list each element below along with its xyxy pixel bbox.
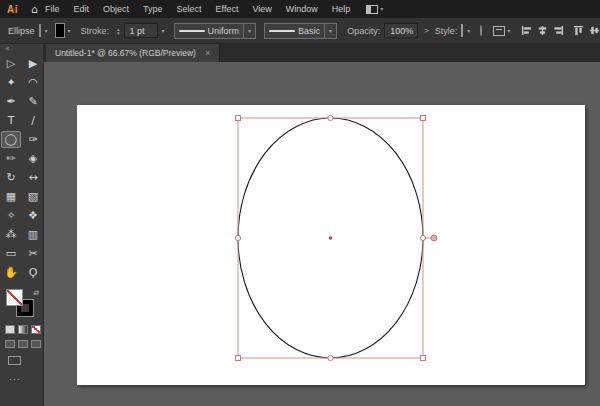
workspace-icon <box>366 5 378 14</box>
line-segment-tool-icon[interactable]: ∕ <box>22 111 44 130</box>
opacity-label: Opacity: <box>347 26 380 36</box>
chevron-down-icon[interactable]: ▾ <box>68 28 71 34</box>
fill-indicator-none[interactable] <box>6 289 23 306</box>
chevron-down-icon: ▾ <box>507 28 510 34</box>
ellipse-tool-icon[interactable]: ◯ <box>1 131 21 148</box>
home-icon[interactable]: ⌂ <box>31 4 38 15</box>
zoom-tool-icon[interactable]: Ϙ <box>22 263 44 282</box>
width-profile-preview <box>179 30 205 32</box>
menu-select[interactable]: Select <box>170 4 209 14</box>
chevron-down-icon[interactable]: ▾ <box>467 28 470 34</box>
chevron-down-icon[interactable]: ▾ <box>45 28 48 34</box>
control-bar: Ellipse ▾ ▾ Stroke: ▴ ▾ 1 pt ▾ Uniform ▾… <box>0 18 600 44</box>
width-profile-value: Uniform <box>208 26 240 36</box>
eraser-tool-icon[interactable]: ◈ <box>22 149 44 168</box>
canvas-area[interactable] <box>44 62 600 406</box>
lasso-tool-icon[interactable]: ◠ <box>22 73 44 92</box>
brush-value: Basic <box>298 26 320 36</box>
magic-wand-tool-icon[interactable]: ✦ <box>0 73 22 92</box>
menu-file[interactable]: File <box>38 4 67 14</box>
brush-definition-dropdown[interactable]: Basic ▾ <box>264 23 337 39</box>
handle-left-center <box>235 235 240 240</box>
draw-behind-button[interactable] <box>18 340 28 348</box>
align-right-icon[interactable] <box>553 25 564 36</box>
eyedropper-tool-icon[interactable]: ✧ <box>0 206 22 225</box>
none-button[interactable] <box>31 325 41 334</box>
handle-right-center <box>420 235 425 240</box>
chevron-down-icon: ▾ <box>248 28 251 34</box>
column-graph-tool-icon[interactable]: ▥ <box>22 225 44 244</box>
document-icon <box>493 26 505 36</box>
chevron-down-icon[interactable]: ▾ <box>162 28 165 34</box>
recolor-artwork-icon[interactable] <box>480 25 482 36</box>
active-tool-label: Ellipse <box>8 26 35 36</box>
direct-selection-tool-icon[interactable]: ▶ <box>22 54 44 73</box>
width-tool-icon[interactable]: ↔ <box>22 168 44 187</box>
opacity-panel-arrow[interactable]: > <box>422 26 431 35</box>
menu-window[interactable]: Window <box>279 4 325 14</box>
center-point <box>329 236 333 240</box>
chevron-down-icon: ▾ <box>380 6 383 12</box>
stroke-weight-input[interactable]: 1 pt <box>124 23 158 38</box>
menu-view[interactable]: View <box>245 4 278 14</box>
type-tool-icon[interactable]: T <box>0 111 22 130</box>
menu-object[interactable]: Object <box>96 4 136 14</box>
document-setup-dropdown[interactable]: ▾ <box>493 26 510 36</box>
draw-normal-button[interactable] <box>5 340 15 348</box>
graphic-style-swatch[interactable] <box>461 24 463 37</box>
document-tab-title: Untitled-1* @ 66.67% (RGB/Preview) <box>55 48 196 58</box>
screen-mode-button[interactable] <box>8 356 21 365</box>
swap-fill-stroke-icon[interactable]: ⇄ <box>33 289 39 297</box>
gradient-tool-icon[interactable]: ▧ <box>22 187 44 206</box>
stroke-weight-label: Stroke: <box>81 26 110 36</box>
stroke-weight-stepper[interactable]: ▴ ▾ <box>117 27 120 35</box>
close-icon[interactable]: × <box>205 49 210 58</box>
menu-help[interactable]: Help <box>325 4 358 14</box>
handle-top-center <box>328 115 333 120</box>
align-top-icon[interactable] <box>573 25 584 36</box>
selection-tool-icon[interactable]: ▷ <box>0 54 22 73</box>
document-tab[interactable]: Untitled-1* @ 66.67% (RGB/Preview) × <box>46 44 220 62</box>
app-logo: Ai <box>7 4 18 15</box>
draw-inside-button[interactable] <box>31 340 41 348</box>
document-tab-bar: Untitled-1* @ 66.67% (RGB/Preview) × <box>44 44 600 62</box>
workspace-switcher[interactable]: ▾ <box>366 5 383 14</box>
handle-bottom-center <box>328 355 333 360</box>
slice-tool-icon[interactable]: ✂ <box>22 244 44 263</box>
paintbrush-tool-icon[interactable]: ✑ <box>22 130 44 149</box>
align-middle-icon[interactable] <box>589 25 600 36</box>
pen-tool-icon[interactable]: ✒ <box>0 92 22 111</box>
handle-bottom-right <box>421 356 426 361</box>
align-center-icon[interactable] <box>537 25 548 36</box>
hand-tool-icon[interactable]: ✋ <box>0 263 22 282</box>
menu-edit[interactable]: Edit <box>67 4 97 14</box>
rotate-tool-icon[interactable]: ↻ <box>0 168 22 187</box>
curvature-tool-icon[interactable]: ✎ <box>22 92 44 111</box>
pie-widget-handle <box>431 235 437 241</box>
gradient-button[interactable] <box>18 325 28 334</box>
tool-grid: ▷▶✦◠✒✎T∕◯✑✏◈↻↔▦▧✧❖⁂▥▭✂✋Ϙ <box>0 54 43 282</box>
brush-preview <box>269 30 295 32</box>
style-label: Style: <box>435 26 458 36</box>
perspective-grid-tool-icon[interactable]: ▦ <box>0 187 22 206</box>
fill-color-swatch[interactable] <box>39 24 41 37</box>
width-profile-dropdown[interactable]: Uniform ▾ <box>174 23 257 39</box>
edit-toolbar-ellipsis[interactable]: ··· <box>0 374 30 384</box>
handle-top-left <box>236 116 241 121</box>
artboard-tool-tool-icon[interactable]: ▭ <box>0 244 22 263</box>
color-button[interactable] <box>5 325 15 334</box>
symbol-sprayer-tool-icon[interactable]: ⁂ <box>0 225 22 244</box>
menu-effect[interactable]: Effect <box>209 4 246 14</box>
artwork-overlay <box>44 62 600 406</box>
shaper-tool-icon[interactable]: ✏ <box>0 149 22 168</box>
handle-top-right <box>421 116 426 121</box>
stepper-down-icon[interactable]: ▾ <box>117 31 120 35</box>
drawing-mode-buttons <box>5 340 43 348</box>
blend-tool-icon[interactable]: ❖ <box>22 206 44 225</box>
menu-bar: Ai ⌂ File Edit Object Type Select Effect… <box>0 0 600 18</box>
stroke-color-swatch[interactable] <box>56 24 64 37</box>
align-left-icon[interactable] <box>521 25 532 36</box>
menu-type[interactable]: Type <box>136 4 170 14</box>
collapse-panel-icon[interactable]: « <box>0 44 43 54</box>
opacity-input[interactable]: 100% <box>384 23 418 38</box>
